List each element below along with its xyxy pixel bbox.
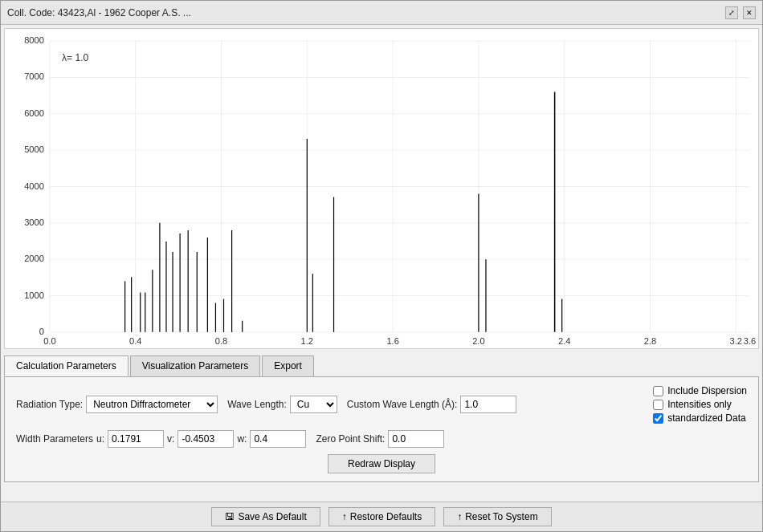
intensities-only-row: Intensities only bbox=[653, 399, 747, 410]
reset-system-label: Reset To System bbox=[465, 511, 537, 522]
svg-text:0.0: 0.0 bbox=[43, 336, 55, 346]
svg-rect-0 bbox=[5, 29, 757, 348]
svg-text:2000: 2000 bbox=[24, 254, 44, 263]
svg-text:1000: 1000 bbox=[24, 290, 44, 300]
custom-wl-input[interactable] bbox=[460, 396, 516, 413]
tab-export[interactable]: Export bbox=[262, 355, 314, 376]
intensities-only-label: Intensities only bbox=[667, 399, 731, 410]
diffraction-chart: 0 1000 2000 3000 4000 5000 6000 7000 800… bbox=[5, 29, 758, 348]
tab-content-calculation: Radiation Type: Neutron Diffractometer X… bbox=[4, 376, 759, 482]
svg-text:3.6: 3.6 bbox=[744, 336, 756, 346]
wave-length-label: Wave Length: bbox=[227, 399, 287, 410]
width-params-group: Width Parameters u: v: w: bbox=[16, 430, 306, 448]
redraw-button[interactable]: Redraw Display bbox=[328, 454, 435, 473]
svg-text:0.8: 0.8 bbox=[215, 336, 227, 346]
intensities-only-checkbox[interactable] bbox=[653, 400, 663, 410]
standardized-data-checkbox[interactable] bbox=[653, 413, 663, 424]
save-default-label: Save As Default bbox=[238, 511, 306, 522]
window-controls: ⤢ ✕ bbox=[725, 6, 756, 19]
bottom-panel: Calculation Parameters Visualization Par… bbox=[1, 352, 762, 502]
svg-text:3.2: 3.2 bbox=[730, 336, 742, 346]
svg-text:λ= 1.0: λ= 1.0 bbox=[62, 52, 89, 63]
w-input[interactable] bbox=[250, 430, 306, 448]
tab-visualization-parameters[interactable]: Visualization Parameters bbox=[130, 355, 261, 376]
zero-point-label: Zero Point Shift: bbox=[316, 433, 385, 445]
controls-row-1: Radiation Type: Neutron Diffractometer X… bbox=[16, 385, 747, 424]
svg-text:2.0: 2.0 bbox=[472, 336, 484, 346]
w-label: w: bbox=[237, 433, 247, 445]
restore-icon: ↑ bbox=[342, 511, 347, 522]
restore-defaults-button[interactable]: ↑ Restore Defaults bbox=[328, 507, 435, 526]
include-dispersion-label: Include Dispersion bbox=[667, 385, 747, 396]
zero-point-group: Zero Point Shift: bbox=[316, 430, 444, 448]
standardized-data-row: standardized Data bbox=[653, 412, 747, 424]
svg-text:0.4: 0.4 bbox=[129, 336, 141, 346]
tab-calculation-parameters[interactable]: Calculation Parameters bbox=[4, 355, 129, 376]
u-label: u: bbox=[96, 433, 104, 445]
footer-bar: 🖫 Save As Default ↑ Restore Defaults ↑ R… bbox=[1, 502, 762, 531]
svg-text:8000: 8000 bbox=[24, 35, 44, 45]
expand-button[interactable]: ⤢ bbox=[725, 6, 738, 19]
zero-point-input[interactable] bbox=[388, 430, 444, 448]
svg-text:3000: 3000 bbox=[24, 217, 44, 227]
right-checkboxes: Include Dispersion Intensities only stan… bbox=[653, 385, 747, 424]
close-button[interactable]: ✕ bbox=[743, 6, 756, 19]
reset-icon: ↑ bbox=[457, 511, 462, 522]
svg-text:4000: 4000 bbox=[24, 181, 44, 191]
svg-text:6000: 6000 bbox=[24, 108, 44, 118]
wave-length-select[interactable]: Cu Mo Ag Co bbox=[290, 396, 337, 413]
title-bar: Coll. Code: 43423,Al - 1962 Cooper A.S. … bbox=[1, 1, 762, 25]
window-content: 0 1000 2000 3000 4000 5000 6000 7000 800… bbox=[1, 25, 762, 531]
include-dispersion-checkbox[interactable] bbox=[653, 386, 663, 396]
radiation-type-select[interactable]: Neutron Diffractometer X-ray Synchrotron bbox=[86, 396, 218, 413]
controls-row-2: Width Parameters u: v: w: Zero Point Shi… bbox=[16, 430, 747, 448]
svg-text:0: 0 bbox=[39, 327, 44, 336]
save-default-button[interactable]: 🖫 Save As Default bbox=[211, 507, 320, 526]
svg-text:7000: 7000 bbox=[24, 71, 44, 81]
include-dispersion-row: Include Dispersion bbox=[653, 385, 747, 396]
wave-length-group: Wave Length: Cu Mo Ag Co bbox=[227, 396, 337, 413]
radiation-type-group: Radiation Type: Neutron Diffractometer X… bbox=[16, 396, 218, 413]
svg-text:2.8: 2.8 bbox=[644, 336, 656, 346]
custom-wl-group: Custom Wave Length (Å): bbox=[347, 396, 517, 413]
save-icon: 🖫 bbox=[225, 511, 235, 522]
standardized-data-label: standardized Data bbox=[667, 412, 745, 424]
u-input[interactable] bbox=[108, 430, 164, 448]
reset-system-button[interactable]: ↑ Reset To System bbox=[443, 507, 551, 526]
restore-defaults-label: Restore Defaults bbox=[350, 511, 422, 522]
svg-text:1.6: 1.6 bbox=[386, 336, 398, 346]
custom-wl-label: Custom Wave Length (Å): bbox=[347, 399, 458, 410]
window-title: Coll. Code: 43423,Al - 1962 Cooper A.S. … bbox=[7, 7, 191, 18]
svg-text:5000: 5000 bbox=[24, 144, 44, 154]
chart-area: 0 1000 2000 3000 4000 5000 6000 7000 800… bbox=[4, 28, 759, 349]
svg-text:2.4: 2.4 bbox=[558, 336, 570, 346]
svg-text:1.2: 1.2 bbox=[301, 336, 313, 346]
v-input[interactable] bbox=[177, 430, 234, 448]
redraw-row: Redraw Display bbox=[16, 454, 747, 473]
tab-bar: Calculation Parameters Visualization Par… bbox=[4, 352, 759, 376]
radiation-type-label: Radiation Type: bbox=[16, 399, 83, 410]
main-window: Coll. Code: 43423,Al - 1962 Cooper A.S. … bbox=[0, 0, 763, 532]
v-label: v: bbox=[167, 433, 174, 445]
width-params-label: Width Parameters bbox=[16, 433, 93, 445]
